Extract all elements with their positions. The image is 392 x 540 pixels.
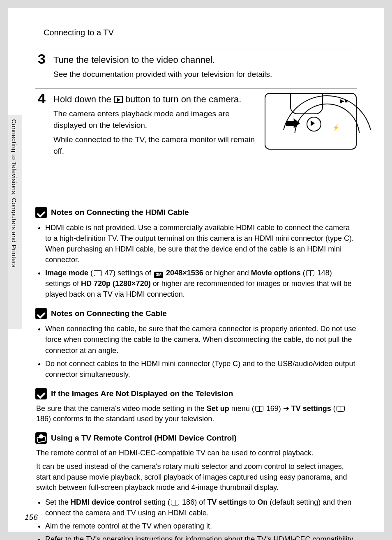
note-notv-title: If the Images Are Not Displayed on the T… bbox=[51, 389, 233, 398]
step-3: 3 Tune the television to the video chann… bbox=[35, 49, 357, 88]
image-mode-label: Image mode bbox=[45, 269, 88, 277]
note-remote-p2: It can be used instead of the camera's r… bbox=[35, 462, 357, 493]
step-3-text: See the documentation provided with your… bbox=[53, 69, 357, 81]
step-4-p2: While connected to the TV, the camera mo… bbox=[53, 134, 256, 157]
tip-icon bbox=[35, 432, 47, 444]
note-hdmi-bullet-1: HDMI cable is not provided. Use a commer… bbox=[45, 222, 357, 265]
content-area: 3 Tune the television to the video chann… bbox=[8, 49, 384, 540]
check-icon bbox=[35, 388, 47, 399]
note-notv-body: Be sure that the camera's video mode set… bbox=[35, 404, 357, 424]
rb1-d: 186) of bbox=[180, 498, 207, 506]
side-tab-text: Connecting to Televisions, Computers and… bbox=[11, 119, 18, 268]
notes-area: Notes on Connecting the HDMI Cable HDMI … bbox=[35, 207, 357, 540]
page: Connecting to a TV Connecting to Televis… bbox=[8, 8, 384, 532]
note-remote-title: Using a TV Remote Control (HDMI Device C… bbox=[51, 434, 237, 443]
book-icon bbox=[255, 406, 263, 412]
book-icon bbox=[94, 270, 102, 276]
note-cable-b1: When connecting the cable, be sure that … bbox=[45, 323, 357, 355]
on-label: On bbox=[257, 498, 267, 506]
res-label: 2048×1536 bbox=[164, 269, 203, 277]
note-remote: Using a TV Remote Control (HDMI Device C… bbox=[35, 432, 357, 540]
step-number: 3 bbox=[38, 51, 46, 67]
step-4-title: Hold down the button to turn on the came… bbox=[53, 94, 256, 106]
hdmi-ref47: 47) settings of bbox=[103, 269, 153, 277]
notv-f: 186) conforms to the standard used by yo… bbox=[36, 415, 214, 423]
step-4-title-a: Hold down the bbox=[53, 94, 114, 104]
notv-c: menu ( bbox=[229, 404, 254, 413]
step-number: 4 bbox=[38, 90, 46, 106]
note-notv: If the Images Are Not Displayed on the T… bbox=[35, 388, 357, 424]
note-remote-b1: Set the HDMI device control setting ( 18… bbox=[45, 497, 357, 518]
check-icon bbox=[35, 207, 47, 218]
note-cable-b2: Do not connect cables to the HDMI mini c… bbox=[45, 358, 357, 380]
note-hdmi: Notes on Connecting the HDMI Cable HDMI … bbox=[35, 207, 357, 300]
rb1-c: setting ( bbox=[142, 498, 170, 506]
book-icon bbox=[337, 406, 345, 412]
step-4-title-b: button to turn on the camera. bbox=[123, 94, 242, 104]
movie-opt-label: Movie options bbox=[251, 269, 301, 277]
mode-3m-icon: 3M bbox=[154, 272, 163, 278]
notv-d: 169) ➔ bbox=[264, 404, 291, 413]
check-icon bbox=[35, 308, 47, 319]
rb1-a: Set the bbox=[45, 498, 71, 506]
page-header: Connecting to a TV bbox=[8, 8, 384, 49]
note-hdmi-bullet-2: Image mode ( 47) settings of 3M 2048×153… bbox=[45, 268, 357, 300]
side-tab: Connecting to Televisions, Computers and… bbox=[8, 115, 22, 329]
hdmi-mid1: or higher and bbox=[203, 269, 251, 277]
note-cable-title: Notes on Connecting the Cable bbox=[51, 309, 167, 318]
book-icon bbox=[171, 500, 179, 505]
step-4-p1: The camera enters playback mode and imag… bbox=[53, 108, 256, 132]
header-title: Connecting to a TV bbox=[44, 28, 114, 37]
step-3-title: Tune the television to the video channel… bbox=[53, 54, 357, 66]
hd720-label: HD 720p (1280×720) bbox=[81, 279, 151, 288]
note-hdmi-title: Notes on Connecting the HDMI Cable bbox=[51, 208, 189, 217]
notv-a: Be sure that the camera's video mode set… bbox=[36, 404, 207, 413]
camera-illustration: ▶■ ⚡ bbox=[265, 93, 357, 150]
playback-icon bbox=[114, 96, 123, 103]
step-4: 4 Hold down the button to turn on the ca… bbox=[35, 88, 357, 166]
setup-label: Set up bbox=[207, 404, 229, 413]
note-remote-b3: Refer to the TV's operating instructions… bbox=[45, 534, 357, 540]
hdmi-dc-label: HDMI device control bbox=[71, 498, 142, 506]
page-number: 156 bbox=[25, 513, 38, 522]
note-cable: Notes on Connecting the Cable When conne… bbox=[35, 308, 357, 379]
note-remote-p1: The remote control of an HDMI-CEC-compat… bbox=[35, 448, 357, 458]
tvsettings-label-2: TV settings bbox=[207, 498, 247, 506]
tvsettings-label: TV settings bbox=[291, 404, 331, 413]
note-remote-b2: Aim the remote control at the TV when op… bbox=[45, 521, 357, 531]
rb1-f: to bbox=[247, 498, 257, 506]
book-icon bbox=[306, 270, 314, 276]
